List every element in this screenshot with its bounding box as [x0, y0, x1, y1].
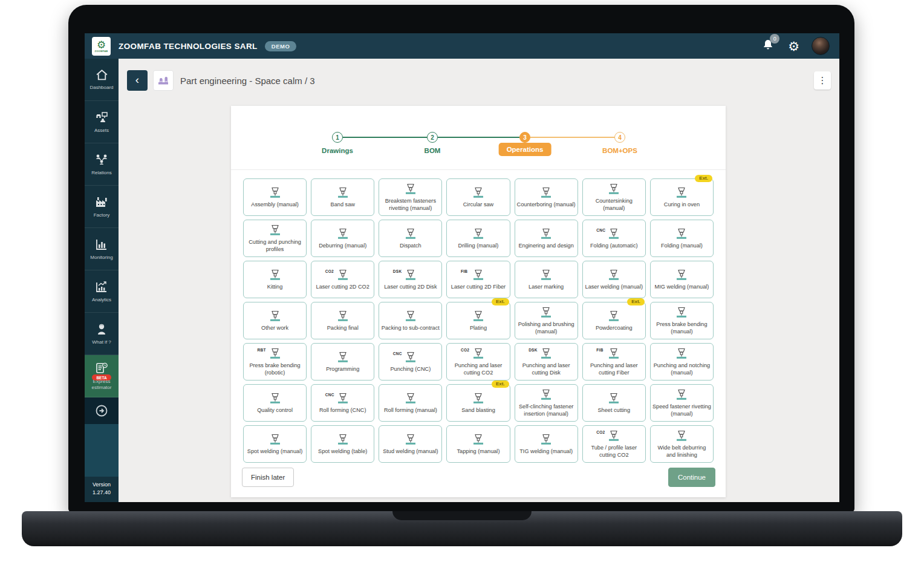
machine-tool-icon [267, 187, 284, 200]
operation-card[interactable]: DSK Punching and laser cutting Disk [515, 343, 578, 380]
operation-card[interactable]: Press brake bending (manual) [650, 302, 714, 339]
zoomfab-logo[interactable]: ⚙ ZOOMFAB [92, 37, 111, 56]
operation-card[interactable]: Deburring (manual) [311, 220, 374, 257]
operation-card[interactable]: Breakstem fasteners rivetting (manual) [379, 178, 442, 216]
finish-later-button[interactable]: Finish later [242, 468, 294, 487]
operation-card[interactable]: Kitting [243, 261, 307, 298]
operation-card[interactable]: FIB Punching and laser cutting Fiber [582, 343, 646, 380]
operation-tag: CNC [325, 393, 334, 397]
operation-card[interactable]: CO2 Tube / profile laser cutting CO2 [582, 425, 646, 463]
machine-tool-icon [267, 310, 284, 324]
operation-card[interactable]: Ext. Curing in oven [650, 178, 714, 216]
user-avatar[interactable] [812, 37, 830, 55]
step-circle-bom-ops[interactable]: 4 [614, 132, 625, 143]
continue-button[interactable]: Continue [668, 468, 715, 487]
operation-card[interactable]: Spot welding (table) [311, 425, 374, 463]
operation-card[interactable]: Counterboring (manual) [515, 178, 578, 216]
operation-card[interactable]: Circular saw [446, 178, 510, 216]
operation-label: Breakstem fasteners rivetting (manual) [381, 198, 440, 212]
laptop-mockup: ⚙ ZOOMFAB ZOOMFAB TECHNOLOGIES SARL DEMO… [0, 0, 924, 565]
ext-badge: Ext. [492, 298, 509, 305]
operation-card[interactable]: CNC Folding (automatic) [582, 220, 646, 257]
operation-icon [267, 269, 284, 282]
step-label-operations[interactable]: Operations [499, 143, 551, 156]
more-options-button[interactable]: ⋮ [814, 71, 831, 90]
operation-card[interactable]: Assembly (manual) [243, 178, 307, 216]
operation-card[interactable]: Spot welding (manual) [243, 425, 307, 463]
operation-card[interactable]: Folding (manual) [650, 220, 714, 257]
machine-tool-icon [605, 393, 622, 406]
operation-card[interactable]: Packing final [311, 302, 374, 339]
operation-tag: FIB [596, 348, 603, 352]
operation-card[interactable]: Wide belt deburring and linishing [650, 425, 714, 463]
sidebar-item-analytics[interactable]: Analytics [85, 270, 119, 313]
step-label-bom[interactable]: BOM [425, 147, 441, 154]
operation-card[interactable]: FIB Laser cutting 2D Fiber [446, 261, 510, 298]
operation-card[interactable]: CO2 Punching and laser cutting CO2 [446, 343, 510, 380]
operation-card[interactable]: DSK Laser cutting 2D Disk [379, 261, 442, 298]
operation-card[interactable]: Drilling (manual) [446, 220, 510, 257]
operation-card[interactable]: Tapping (manual) [446, 425, 510, 463]
operation-card[interactable]: Ext. Sand blasting [446, 384, 510, 422]
sidebar-item-express-estimator[interactable]: BETA Express estimator [85, 355, 119, 397]
operation-card[interactable]: Other work [243, 302, 307, 339]
machine-tool-icon [402, 228, 419, 241]
operation-card[interactable]: Band saw [311, 178, 374, 216]
sidebar-item-monitoring[interactable]: Monitoring [85, 228, 119, 270]
machine-tool-icon [402, 183, 419, 197]
operation-icon: DSK [538, 347, 555, 361]
step-label-bom-ops[interactable]: BOM+OPS [602, 147, 637, 154]
step-circle-bom[interactable]: 2 [427, 132, 438, 143]
operation-card[interactable]: Self-clinching fastener insertion (manua… [515, 384, 578, 422]
operation-card[interactable]: Polishing and brushing (manual) [515, 302, 578, 339]
operation-card[interactable]: TIG welding (manual) [515, 425, 578, 463]
operation-card[interactable]: CO2 Laser cutting 2D CO2 [311, 261, 374, 298]
operations-grid: Assembly (manual) Band saw Breakst [243, 178, 714, 463]
notifications-button[interactable]: 0 [761, 38, 775, 54]
part-thumbnail[interactable] [153, 70, 174, 91]
sidebar-item-factory[interactable]: Factory [85, 186, 119, 228]
operation-card[interactable]: Roll forming (manual) [379, 384, 442, 422]
operation-card[interactable]: RBT Press brake bending (robotic) [243, 343, 307, 380]
operation-card[interactable]: Enginering and design [515, 220, 578, 257]
sidebar-item-what-if[interactable]: What if ? [85, 313, 119, 355]
sidebar-item-dashboard[interactable]: Dashboard [85, 59, 119, 101]
operation-card[interactable]: Programming [311, 343, 374, 380]
step-circle-drawings[interactable]: 1 [332, 132, 343, 143]
operation-card[interactable]: Countersinking (manual) [582, 178, 646, 216]
operation-card[interactable]: Quality control [243, 384, 307, 422]
sidebar-item-relations[interactable]: Relations [85, 143, 119, 186]
operation-icon: FIB [470, 269, 487, 282]
operation-card[interactable]: Packing to sub-contract [379, 302, 442, 339]
sidebar-collapse-button[interactable] [85, 397, 119, 424]
operation-card[interactable]: MIG welding (manual) [650, 261, 714, 298]
step-label-drawings[interactable]: Drawings [322, 147, 353, 154]
operation-icon [673, 347, 690, 361]
operation-label: Quality control [257, 407, 293, 414]
sidebar-filler [85, 424, 119, 477]
operation-card[interactable]: CNC Roll forming (CNC) [311, 384, 374, 422]
operation-icon [470, 392, 487, 406]
settings-gear-icon[interactable]: ⚙ [788, 40, 799, 53]
operation-icon [334, 227, 351, 241]
operation-card[interactable]: Laser welding (manual) [582, 261, 646, 298]
operation-card[interactable]: Ext. Plating [446, 302, 510, 339]
operation-card[interactable]: Cutting and punching profiles [243, 220, 307, 257]
company-name: ZOOMFAB TECHNOLOGIES SARL [119, 42, 258, 51]
operation-card[interactable]: Punching and notching (manual) [650, 343, 714, 380]
back-button[interactable]: ‹ [127, 70, 148, 91]
operation-card[interactable]: Speed fastener rivetting (manual) [650, 384, 714, 422]
operation-card[interactable]: Dispatch [379, 220, 442, 257]
operation-icon [538, 269, 555, 282]
operation-card[interactable]: Laser marking [515, 261, 578, 298]
machine-tool-icon [267, 269, 284, 282]
machine-tool-icon [538, 269, 555, 282]
operation-label: Kitting [267, 284, 283, 291]
operation-card[interactable]: Stud welding (manual) [379, 425, 442, 463]
operation-card[interactable]: Ext. Powdercoating [582, 302, 646, 339]
operation-card[interactable]: CNC Punching (CNC) [379, 343, 442, 380]
sidebar-item-assets[interactable]: Assets [85, 101, 119, 143]
operation-card[interactable]: Sheet cutting [582, 384, 646, 422]
step-circle-operations[interactable]: 3 [519, 132, 530, 143]
step-connector-3-4 [530, 137, 614, 138]
